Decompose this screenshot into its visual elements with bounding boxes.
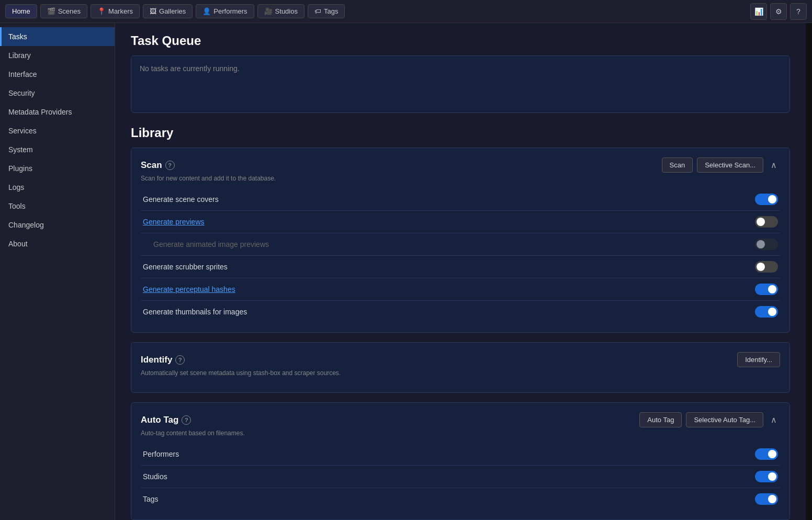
sidebar-item-interface[interactable]: Interface — [0, 65, 115, 84]
sidebar-item-security[interactable]: Security — [0, 84, 115, 103]
sidebar-item-plugins[interactable]: Plugins — [0, 159, 115, 178]
toggle-row-animated-previews: Generate animated image previews — [141, 233, 780, 256]
toggle-label-perceptual-hashes[interactable]: Generate perceptual hashes — [143, 285, 235, 293]
scan-toggles: Generate scene coversGenerate previewsGe… — [141, 188, 780, 323]
auto-tag-toggle-row-performers: Performers — [141, 443, 780, 466]
help-icon-btn[interactable]: ? — [790, 3, 807, 20]
toggle-row-perceptual-hashes: Generate perceptual hashes — [141, 278, 780, 301]
scan-description: Scan for new content and add it to the d… — [141, 175, 780, 182]
task-queue-title: Task Queue — [131, 33, 790, 48]
auto-tag-toggle-performers[interactable] — [755, 448, 778, 460]
auto-tag-card-actions: Auto Tag Selective Auto Tag... ∧ — [639, 412, 780, 427]
auto-tag-toggle-row-tags: Tags — [141, 488, 780, 510]
auto-tag-toggle-label-studios: Studios — [143, 472, 167, 481]
selective-scan-button[interactable]: Selective Scan... — [697, 157, 763, 173]
main-content: Task Queue No tasks are currently runnin… — [115, 23, 806, 520]
scan-help-icon[interactable]: ? — [165, 161, 175, 170]
auto-tag-card-title: Auto Tag ? — [141, 415, 191, 425]
toggle-row-scene-covers: Generate scene covers — [141, 188, 780, 211]
toggle-label-previews[interactable]: Generate previews — [143, 218, 205, 226]
auto-tag-description: Auto-tag content based on filenames. — [141, 429, 780, 437]
sidebar-item-system[interactable]: System — [0, 140, 115, 159]
auto-tag-toggle-studios[interactable] — [755, 471, 778, 482]
nav-home[interactable]: Home — [5, 4, 37, 18]
selective-auto-tag-button[interactable]: Selective Auto Tag... — [686, 412, 763, 427]
identify-description: Automatically set scene metadata using s… — [141, 369, 780, 377]
task-queue-empty: No tasks are currently running. — [140, 64, 781, 73]
toggle-row-previews: Generate previews — [141, 211, 780, 233]
identify-help-icon[interactable]: ? — [175, 355, 185, 365]
toggle-animated-previews — [755, 239, 778, 250]
toggle-scene-covers[interactable] — [755, 194, 778, 205]
auto-tag-toggle-row-studios: Studios — [141, 466, 780, 488]
toggle-row-scrubber-sprites: Generate scrubber sprites — [141, 256, 780, 278]
stats-icon-btn[interactable]: 📊 — [750, 3, 767, 20]
toggle-label-animated-previews: Generate animated image previews — [153, 240, 269, 248]
auto-tag-button[interactable]: Auto Tag — [639, 412, 682, 427]
toggle-label-scrubber-sprites: Generate scrubber sprites — [143, 263, 228, 271]
sidebar-item-library[interactable]: Library — [0, 46, 115, 65]
scan-collapse-button[interactable]: ∧ — [768, 158, 780, 172]
scan-card-title: Scan ? — [141, 160, 175, 171]
sidebar-item-tasks[interactable]: Tasks — [0, 27, 115, 46]
performers-icon: 👤 — [202, 7, 211, 15]
sidebar-item-tools[interactable]: Tools — [0, 197, 115, 216]
scenes-icon: 🎬 — [47, 7, 55, 15]
toggle-label-scene-covers: Generate scene covers — [143, 195, 219, 204]
nav-studios[interactable]: 🎥 Studios — [257, 4, 304, 18]
top-nav: Home 🎬 Scenes 📍 Markers 🖼 Galleries 👤 Pe… — [0, 0, 812, 23]
scrollbar[interactable] — [806, 23, 812, 520]
galleries-icon: 🖼 — [150, 7, 156, 15]
markers-icon: 📍 — [97, 7, 106, 15]
scan-card: Scan ? Scan Selective Scan... ∧ Scan for… — [131, 148, 790, 333]
nav-performers[interactable]: 👤 Performers — [196, 4, 254, 18]
identify-card-actions: Identify... — [737, 352, 780, 367]
toggle-label-thumbnails: Generate thumbnails for images — [143, 308, 247, 316]
identify-card-title: Identify ? — [141, 355, 185, 365]
library-title: Library — [131, 126, 790, 140]
identify-button[interactable]: Identify... — [737, 352, 780, 367]
task-queue-box: No tasks are currently running. — [131, 55, 790, 113]
studios-icon: 🎥 — [264, 7, 273, 15]
identify-card: Identify ? Identify... Automatically set… — [131, 342, 790, 393]
nav-markers[interactable]: 📍 Markers — [91, 4, 140, 18]
settings-icon-btn[interactable]: ⚙ — [770, 3, 787, 20]
sidebar-item-about[interactable]: About — [0, 234, 115, 253]
nav-tags[interactable]: 🏷 Tags — [308, 4, 345, 18]
sidebar-item-metadata-providers[interactable]: Metadata Providers — [0, 103, 115, 121]
nav-galleries[interactable]: 🖼 Galleries — [143, 4, 193, 18]
auto-tag-help-icon[interactable]: ? — [182, 415, 191, 425]
toggle-perceptual-hashes[interactable] — [755, 284, 778, 295]
auto-tag-toggles: PerformersStudiosTags — [141, 443, 780, 510]
auto-tag-toggle-label-performers: Performers — [143, 450, 179, 458]
tags-icon: 🏷 — [314, 7, 321, 15]
auto-tag-toggle-label-tags: Tags — [143, 495, 159, 503]
sidebar-item-logs[interactable]: Logs — [0, 178, 115, 197]
sidebar-item-services[interactable]: Services — [0, 121, 115, 140]
scan-button[interactable]: Scan — [662, 157, 693, 173]
toggle-previews[interactable] — [755, 216, 778, 228]
sidebar: TasksLibraryInterfaceSecurityMetadata Pr… — [0, 23, 115, 520]
auto-tag-card: Auto Tag ? Auto Tag Selective Auto Tag..… — [131, 402, 790, 520]
toggle-thumbnails[interactable] — [755, 306, 778, 318]
nav-scenes[interactable]: 🎬 Scenes — [40, 4, 87, 18]
scan-card-actions: Scan Selective Scan... ∧ — [662, 157, 780, 173]
toggle-scrubber-sprites[interactable] — [755, 261, 778, 273]
toggle-row-thumbnails: Generate thumbnails for images — [141, 301, 780, 323]
auto-tag-collapse-button[interactable]: ∧ — [768, 413, 780, 427]
sidebar-item-changelog[interactable]: Changelog — [0, 216, 115, 234]
auto-tag-toggle-tags[interactable] — [755, 493, 778, 505]
